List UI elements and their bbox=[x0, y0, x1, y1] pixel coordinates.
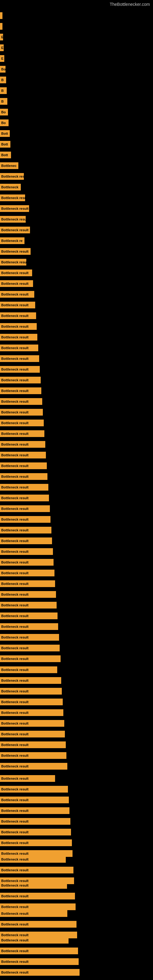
bar-item: Bottleneck result bbox=[0, 741, 66, 748]
bar-item: Bottleneck result bbox=[0, 505, 50, 512]
bar-label: Bottleneck result bbox=[1, 271, 29, 275]
bar-label: Bottleneck result bbox=[1, 625, 29, 628]
bar-label: Bottleneck result bbox=[1, 858, 29, 861]
bar-item: Bottleneck result bbox=[0, 473, 48, 480]
bar-label: Bottleneck result bbox=[1, 905, 29, 908]
bar-item: Bo bbox=[0, 109, 8, 115]
bar-item: Bottleneck result bbox=[0, 291, 34, 298]
bar-label: Bottleneck result bbox=[1, 635, 29, 639]
bar-item: Bottleneck result bbox=[0, 829, 71, 835]
bar-label: Bottleneck result bbox=[1, 841, 29, 845]
bar-label: Bottleneck result bbox=[1, 442, 29, 446]
bar-item: Bottleneck result bbox=[0, 205, 29, 212]
bar-label: Bo bbox=[1, 121, 6, 125]
bar-label: B bbox=[1, 89, 4, 92]
bar-label: E bbox=[1, 46, 3, 49]
bar-item: Bottleneck result bbox=[0, 355, 39, 362]
bar-item: Bottleneck result bbox=[0, 302, 35, 309]
bar-label: Bottleneck result bbox=[1, 303, 29, 307]
bar-item: Bottleneck result bbox=[0, 248, 30, 255]
bar-item: Bottleneck result bbox=[0, 420, 44, 426]
bar-label: E bbox=[1, 35, 3, 39]
bar-label: Bottleneck resu bbox=[1, 196, 25, 200]
bar-label: Bottleneck result bbox=[1, 933, 29, 937]
bar-label: Bottleneck result bbox=[1, 754, 29, 757]
bar-label: Bottleneck result bbox=[1, 970, 29, 974]
bar-item: Bott bbox=[0, 141, 10, 148]
bar-item: Bottleneck bbox=[0, 184, 21, 191]
bar-item: Bottleneck result bbox=[0, 720, 64, 727]
bar-item: Bottleneck result bbox=[0, 958, 79, 965]
bar-item: Bottleneck result bbox=[0, 948, 78, 954]
bar-item: Bottleneck resu bbox=[0, 259, 26, 266]
bar-item: B bbox=[0, 76, 6, 83]
bar-item: Bott bbox=[0, 151, 11, 158]
bar-item: Bottleneck result bbox=[0, 645, 60, 651]
bar-item: Bottleneck result bbox=[0, 452, 46, 458]
bar-label: Bottleneck result bbox=[1, 743, 29, 747]
bar-item: Bottleneck resu bbox=[0, 216, 26, 223]
bar-label: Bottleneck result bbox=[1, 582, 29, 585]
bar-item: Bottleneck result bbox=[0, 591, 56, 598]
bar-item: Bottleneck result bbox=[0, 334, 37, 340]
bar-label: Bottleneck resu bbox=[1, 260, 26, 264]
bar-item: Bottleneck result bbox=[0, 409, 43, 415]
bar-item: Bottleneck result bbox=[0, 366, 40, 373]
bar-item: Bottleneck result bbox=[0, 280, 33, 287]
bar-label: Bottleneck result bbox=[1, 357, 29, 360]
bar-item: Bottleneck result bbox=[0, 893, 75, 899]
bar-item: Bottleneck result bbox=[0, 731, 65, 737]
bar-item: Bottleneck result bbox=[0, 602, 57, 609]
bar-item: Bottleneck result bbox=[0, 921, 76, 928]
bar-item: Bottleneck result bbox=[0, 612, 57, 619]
bar-item: Bottleneck result bbox=[0, 937, 69, 943]
bar-label: Bottleneck result bbox=[1, 912, 29, 915]
bar-item: Bottleneck result bbox=[0, 623, 58, 630]
bar-item: E bbox=[0, 55, 4, 62]
bar-label: Bottleneck result bbox=[1, 485, 29, 489]
bar-item: Bottleneck result bbox=[0, 538, 52, 544]
bar-item: Bottleneck result bbox=[0, 709, 63, 716]
bar-label: Bottleneck result bbox=[1, 711, 29, 714]
bar-item: Bottleneck result bbox=[0, 516, 51, 523]
bar-item: Bottlenec bbox=[0, 162, 18, 169]
bar-item: Bottleneck result bbox=[0, 495, 49, 501]
bar-label: Bottleneck result bbox=[1, 346, 29, 350]
bar-item: Bottleneck result bbox=[0, 882, 67, 889]
bar-item: E bbox=[0, 34, 3, 40]
bar-item: Bottleneck result bbox=[0, 312, 36, 319]
bar-label: Bottleneck result bbox=[1, 852, 29, 855]
bar-label: Bo bbox=[1, 67, 5, 71]
bar-item: Bottleneck result bbox=[0, 856, 66, 863]
bar-label: Bottleneck result bbox=[1, 496, 29, 500]
bar-item: Bo bbox=[0, 66, 5, 73]
bar-label: Bott bbox=[1, 142, 8, 146]
bar-label: Bottleneck result bbox=[1, 883, 29, 887]
bar-item: Bottleneck result bbox=[0, 463, 47, 469]
bar-label: Bottleneck result bbox=[1, 764, 29, 768]
bar-label: Bottleneck result bbox=[1, 809, 29, 813]
bar-label: Bottleneck resu bbox=[1, 218, 26, 221]
bar-label: Bottleneck result bbox=[1, 949, 29, 953]
bar-item: Bottleneck result bbox=[0, 377, 41, 383]
bar-item: Bottleneck result bbox=[0, 688, 62, 695]
bar-item: Bottleneck re bbox=[0, 237, 24, 244]
bar-label: Bottleneck result bbox=[1, 830, 29, 834]
bar-label: Bottleneck result bbox=[1, 868, 29, 872]
bar-label: Bottleneck result bbox=[1, 923, 29, 926]
bar-label: Bottleneck result bbox=[1, 894, 29, 898]
bar-item: Bottleneck result bbox=[0, 752, 66, 759]
bar-label: Bottleneck result bbox=[1, 960, 29, 964]
bar-label: Bottleneck result bbox=[1, 593, 29, 596]
bar-item: Bottleneck result bbox=[0, 655, 61, 662]
bar-item: Bottleneck result bbox=[0, 570, 54, 576]
bar-item: B bbox=[0, 98, 7, 105]
bar-label: Bottleneck result bbox=[1, 325, 29, 328]
bar-label: Bottleneck result bbox=[1, 603, 29, 607]
bar-label: Bottleneck result bbox=[1, 207, 29, 210]
bar-label: Bottleneck result bbox=[1, 432, 29, 436]
bar-label: Bottleneck result bbox=[1, 646, 29, 650]
bar-item: Bottleneck result bbox=[0, 580, 55, 587]
site-title: TheBottlenecker.com bbox=[110, 0, 153, 8]
bar-item: Bottleneck result bbox=[0, 345, 38, 351]
